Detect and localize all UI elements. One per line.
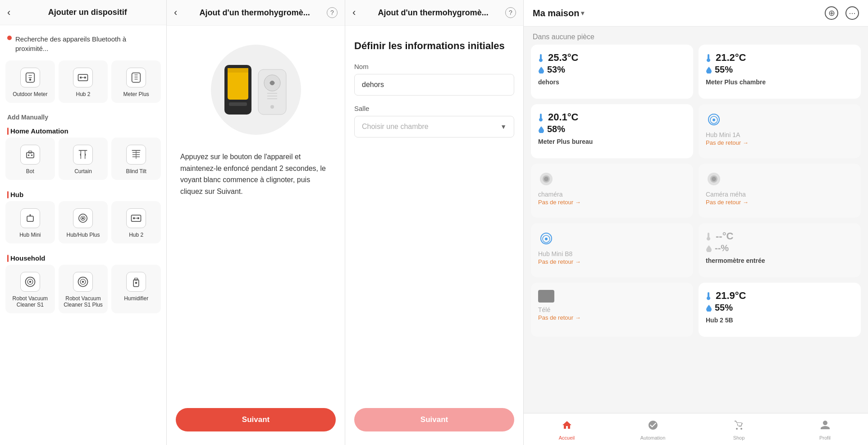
device-card-dehors[interactable]: 25.3°C 53% dehors bbox=[531, 45, 693, 99]
nav-accueil[interactable]: Accueil bbox=[524, 418, 610, 442]
home-automation-section-header: Home Automation bbox=[0, 124, 166, 138]
card-camera-2-status[interactable]: Pas de retour → bbox=[706, 199, 854, 206]
device-card-camera-2[interactable]: Caméra méha Pas de retour → bbox=[699, 164, 861, 218]
nav-shop[interactable]: Shop bbox=[696, 418, 782, 442]
bot-label: Bot bbox=[26, 168, 34, 174]
panel2-btn-area: Suivant bbox=[167, 408, 345, 445]
device-item-outdoor-meter[interactable]: Outdoor Meter bbox=[5, 60, 55, 103]
svg-point-29 bbox=[133, 217, 135, 220]
device-card-hub-mini-b8[interactable]: Hub Mini B8 Pas de retour → bbox=[531, 223, 693, 277]
more-options-button[interactable]: ··· bbox=[845, 6, 859, 20]
device-card-meter-bureau[interactable]: 20.1°C 58% Meter Plus bureau bbox=[531, 104, 693, 158]
hub-mini-icon bbox=[20, 208, 40, 228]
panel3-back-button[interactable]: ‹ bbox=[352, 8, 356, 18]
panel2-content: Appuyez sur le bouton de l'appareil et m… bbox=[167, 26, 345, 408]
device-illustration bbox=[218, 58, 294, 121]
camera-1-icon-area bbox=[538, 171, 686, 187]
panel3-title: Ajout d'un thermohygromè... bbox=[361, 8, 505, 18]
svg-point-51 bbox=[713, 119, 715, 121]
device-card-meter-chambre[interactable]: 21.2°C 55% Meter Plus chambre bbox=[699, 45, 861, 99]
profil-icon bbox=[820, 420, 831, 433]
form-title: Définir les informations initiales bbox=[354, 40, 514, 52]
household-label: Household bbox=[10, 254, 46, 262]
device-item-hub-mini[interactable]: Hub Mini bbox=[5, 201, 55, 243]
device-card-camera-1[interactable]: chaméra Pas de retour → bbox=[531, 164, 693, 218]
device-item-hub2[interactable]: Hub 2 bbox=[59, 60, 108, 103]
device-item-curtain[interactable]: Curtain bbox=[59, 138, 108, 180]
device-card-hub-mini-1a[interactable]: Hub Mini 1A Pas de retour → bbox=[699, 104, 861, 158]
nav-profil[interactable]: Profil bbox=[782, 418, 868, 442]
panel4-scroll-content: Dans aucune pièce 25.3°C 53% dehors 21.2… bbox=[524, 27, 868, 413]
room-select[interactable]: Choisir une chambre ▼ bbox=[354, 116, 514, 138]
panel3-btn-area: Suivant bbox=[345, 408, 523, 445]
panel3-help-button[interactable]: ? bbox=[505, 7, 516, 18]
vacuum-s1-plus-icon bbox=[73, 272, 93, 292]
panel2-back-button[interactable]: ‹ bbox=[174, 8, 177, 18]
room-section-label: Dans aucune pièce bbox=[524, 27, 868, 45]
camera-2-icon bbox=[706, 171, 722, 187]
hub-mini-1a-icon bbox=[706, 111, 722, 128]
hub2-bottom-label: Hub 2 bbox=[129, 232, 143, 238]
home-header: Ma maison ▾ ⊕ ··· bbox=[524, 0, 868, 27]
blind-tilt-label: Blind Tilt bbox=[126, 168, 146, 174]
panel3-next-button[interactable]: Suivant bbox=[354, 408, 514, 431]
device-item-vacuum-s1[interactable]: Robot Vacuum Cleaner S1 bbox=[5, 265, 55, 313]
svg-point-14 bbox=[28, 154, 30, 156]
device-item-blind-tilt[interactable]: Blind Tilt bbox=[111, 138, 161, 180]
panel2-next-button[interactable]: Suivant bbox=[176, 408, 336, 431]
card-hub-mini-b8-status[interactable]: Pas de retour → bbox=[538, 258, 686, 265]
hub-label: Hub bbox=[10, 191, 23, 198]
hub-device-grid: Hub Mini Hub/Hub Plus bbox=[0, 201, 166, 251]
device-item-vacuum-s1-plus[interactable]: Robot Vacuum Cleaner S1 Plus bbox=[59, 265, 108, 313]
svg-point-3 bbox=[29, 78, 31, 81]
accueil-label: Accueil bbox=[559, 435, 575, 440]
automation-icon bbox=[648, 420, 658, 433]
device-card-thermometre[interactable]: --°C --% thermomètre entrée bbox=[699, 223, 861, 277]
temp-icon-chambre bbox=[706, 53, 713, 62]
device-item-meter-plus[interactable]: Meter Plus bbox=[111, 60, 161, 103]
device-item-bot[interactable]: Bot bbox=[5, 138, 55, 180]
add-home-button[interactable]: ⊕ bbox=[825, 6, 838, 20]
outdoor-meter-icon bbox=[20, 68, 40, 87]
hub2-top-label: Hub 2 bbox=[76, 91, 90, 97]
device-card-hub2-5b[interactable]: 21.9°C 55% Hub 2 5B bbox=[699, 283, 861, 337]
hub2-icon bbox=[73, 68, 93, 87]
outdoor-meter-label: Outdoor Meter bbox=[13, 91, 47, 97]
automation-label: Automation bbox=[640, 435, 666, 440]
vacuum-s1-plus-label: Robot Vacuum Cleaner S1 Plus bbox=[62, 295, 105, 308]
card-dehors-humidity: 53% bbox=[538, 64, 686, 75]
card-hub-mini-1a-status[interactable]: Pas de retour → bbox=[706, 139, 854, 146]
wizard-instruction: Appuyez sur le bouton de l'appareil et m… bbox=[167, 144, 345, 211]
camera-1-icon bbox=[538, 171, 554, 187]
panel2-header: ‹ Ajout d'un thermohygromè... ? bbox=[167, 0, 345, 26]
household-device-grid: Robot Vacuum Cleaner S1 Robot Vacuum Cle… bbox=[0, 265, 166, 321]
card-camera-1-name: chaméra bbox=[538, 191, 686, 198]
name-input[interactable] bbox=[354, 74, 514, 96]
svg-point-27 bbox=[82, 217, 84, 220]
panel1-back-button[interactable]: ‹ bbox=[7, 8, 10, 18]
humidity-icon-chambre bbox=[706, 66, 712, 73]
room-label: Salle bbox=[354, 105, 514, 112]
device-item-hub2-bottom[interactable]: Hub 2 bbox=[111, 201, 161, 243]
vacuum-s1-label: Robot Vacuum Cleaner S1 bbox=[9, 295, 51, 308]
curtain-label: Curtain bbox=[74, 168, 92, 174]
add-manually-label: Add Manually bbox=[0, 110, 166, 124]
blind-tilt-icon bbox=[126, 145, 146, 165]
card-tele-status[interactable]: Pas de retour → bbox=[538, 314, 686, 321]
home-title-dropdown-icon[interactable]: ▾ bbox=[581, 9, 584, 17]
device-card-tele[interactable]: Télé Pas de retour → bbox=[531, 283, 693, 337]
svg-point-25 bbox=[29, 214, 31, 216]
wizard-step2-panel: ‹ Ajout d'un thermohygromè... ? Définir … bbox=[345, 0, 524, 445]
nav-automation[interactable]: Automation bbox=[610, 418, 696, 442]
humidity-icon-bureau bbox=[538, 126, 544, 133]
hub2-bottom-icon bbox=[126, 208, 146, 228]
svg-point-34 bbox=[29, 281, 31, 283]
device-item-hub-plus[interactable]: Hub/Hub Plus bbox=[59, 201, 108, 243]
card-camera-1-status[interactable]: Pas de retour → bbox=[538, 199, 686, 206]
panel1-header: ‹ Ajouter un dispositif bbox=[0, 0, 166, 25]
temp-icon-thermometre bbox=[706, 232, 713, 241]
panel2-help-button[interactable]: ? bbox=[327, 7, 338, 18]
device-item-humidifier[interactable]: Humidifier bbox=[111, 265, 161, 313]
svg-point-15 bbox=[31, 154, 33, 156]
accueil-icon bbox=[562, 420, 572, 433]
